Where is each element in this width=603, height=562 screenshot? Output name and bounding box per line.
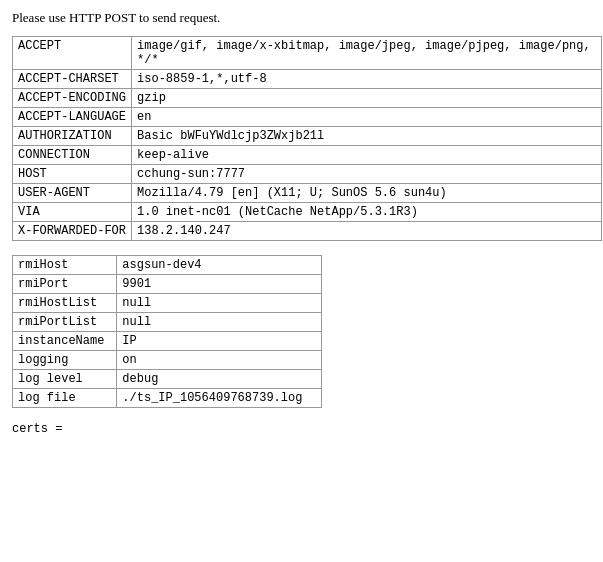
table-key: HOST: [13, 165, 132, 184]
table-key: logging: [13, 351, 117, 370]
table-row: AUTHORIZATIONBasic bWFuYWdlcjp3ZWxjb21l: [13, 127, 602, 146]
main-table: ACCEPTimage/gif, image/x-xbitmap, image/…: [12, 36, 602, 241]
table-key: rmiHostList: [13, 294, 117, 313]
table-row: ACCEPT-LANGUAGEen: [13, 108, 602, 127]
table-key: instanceName: [13, 332, 117, 351]
table-value: image/gif, image/x-xbitmap, image/jpeg, …: [132, 37, 602, 70]
table-key: ACCEPT-LANGUAGE: [13, 108, 132, 127]
table-row: HOSTcchung-sun:7777: [13, 165, 602, 184]
table-row: rmiPortListnull: [13, 313, 322, 332]
table-value: IP: [117, 332, 322, 351]
table-value: on: [117, 351, 322, 370]
table-key: ACCEPT: [13, 37, 132, 70]
table-row: instanceNameIP: [13, 332, 322, 351]
table-key: rmiPortList: [13, 313, 117, 332]
table-row: log leveldebug: [13, 370, 322, 389]
certs-line: certs =: [12, 422, 591, 436]
table-value: debug: [117, 370, 322, 389]
table-row: CONNECTIONkeep-alive: [13, 146, 602, 165]
table-value: iso-8859-1,*,utf-8: [132, 70, 602, 89]
table-value: ./ts_IP_1056409768739.log: [117, 389, 322, 408]
table-key: USER-AGENT: [13, 184, 132, 203]
table-value: keep-alive: [132, 146, 602, 165]
table-row: rmiHostasgsun-dev4: [13, 256, 322, 275]
table-row: rmiPort9901: [13, 275, 322, 294]
table-value: Basic bWFuYWdlcjp3ZWxjb21l: [132, 127, 602, 146]
table-value: 9901: [117, 275, 322, 294]
table-value: en: [132, 108, 602, 127]
table-key: ACCEPT-CHARSET: [13, 70, 132, 89]
table-key: CONNECTION: [13, 146, 132, 165]
table-value: asgsun-dev4: [117, 256, 322, 275]
table-value: cchung-sun:7777: [132, 165, 602, 184]
table-key: log file: [13, 389, 117, 408]
table-row: ACCEPT-CHARSETiso-8859-1,*,utf-8: [13, 70, 602, 89]
table-key: rmiPort: [13, 275, 117, 294]
table-value: gzip: [132, 89, 602, 108]
table-row: ACCEPTimage/gif, image/x-xbitmap, image/…: [13, 37, 602, 70]
table-value: null: [117, 294, 322, 313]
table-row: USER-AGENTMozilla/4.79 [en] (X11; U; Sun…: [13, 184, 602, 203]
table-key: log level: [13, 370, 117, 389]
table-row: VIA1.0 inet-nc01 (NetCache NetApp/5.3.1R…: [13, 203, 602, 222]
table-value: 138.2.140.247: [132, 222, 602, 241]
table-key: AUTHORIZATION: [13, 127, 132, 146]
table-row: rmiHostListnull: [13, 294, 322, 313]
table-value: 1.0 inet-nc01 (NetCache NetApp/5.3.1R3): [132, 203, 602, 222]
table-row: ACCEPT-ENCODINGgzip: [13, 89, 602, 108]
secondary-table: rmiHostasgsun-dev4rmiPort9901rmiHostList…: [12, 255, 322, 408]
table-value: Mozilla/4.79 [en] (X11; U; SunOS 5.6 sun…: [132, 184, 602, 203]
table-row: log file./ts_IP_1056409768739.log: [13, 389, 322, 408]
table-key: ACCEPT-ENCODING: [13, 89, 132, 108]
table-key: VIA: [13, 203, 132, 222]
table-row: loggingon: [13, 351, 322, 370]
table-value: null: [117, 313, 322, 332]
table-key: X-FORWARDED-FOR: [13, 222, 132, 241]
intro-text: Please use HTTP POST to send request.: [12, 10, 591, 26]
table-row: X-FORWARDED-FOR138.2.140.247: [13, 222, 602, 241]
table-key: rmiHost: [13, 256, 117, 275]
